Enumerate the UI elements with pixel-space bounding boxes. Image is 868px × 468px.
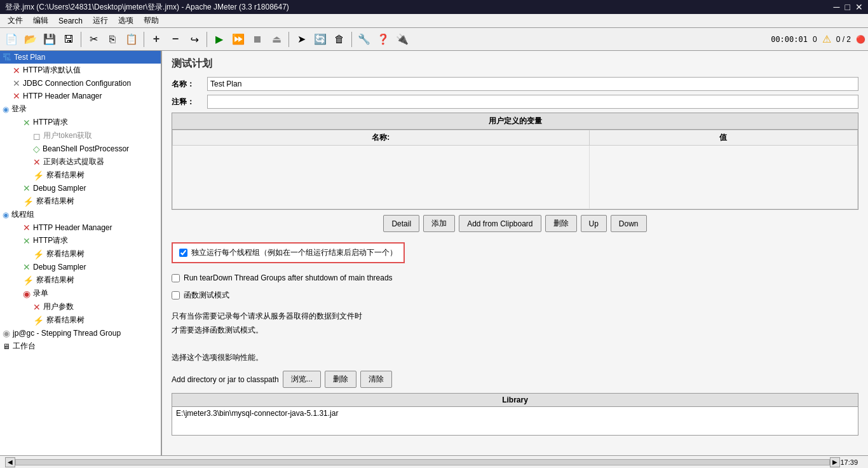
scroll-right[interactable]: ▶: [830, 457, 840, 467]
tree-item-http-defaults[interactable]: ✕ HTTP请求默认值: [0, 64, 161, 77]
tree-item-user-token[interactable]: ◻ 用户token获取: [0, 129, 161, 142]
menu-search[interactable]: Search: [53, 15, 88, 27]
function-helper-button[interactable]: 🔧: [355, 31, 373, 48]
save-button[interactable]: 💾: [41, 31, 58, 48]
tree-item-listener4[interactable]: ⚡ 察看结果树: [0, 273, 161, 287]
name-input[interactable]: [207, 77, 858, 91]
tree-item-user-params[interactable]: ✕ 用户参数: [0, 300, 161, 313]
clear-button[interactable]: 🔄: [311, 31, 329, 48]
tree-icon-debug1: ✕: [23, 183, 31, 193]
tree-item-debug2[interactable]: ✕ Debug Sampler: [0, 261, 161, 273]
add-button[interactable]: 添加: [423, 215, 455, 232]
remove-node-button[interactable]: −: [166, 31, 184, 48]
comment-input[interactable]: [207, 95, 858, 109]
menu-help[interactable]: 帮助: [139, 14, 164, 27]
tree-icon-http-header1: ✕: [13, 91, 20, 101]
scroll-left[interactable]: ◀: [5, 457, 15, 467]
detail-button[interactable]: Detail: [383, 215, 419, 232]
library-container: Library E:\jmeter3.3\bin\mysql-connector…: [172, 393, 858, 436]
new-button[interactable]: 📄: [3, 31, 20, 48]
tree-label-listener5: 察看结果树: [46, 315, 85, 326]
open-button[interactable]: 📂: [22, 31, 39, 48]
scroll-track[interactable]: [15, 459, 830, 465]
start-button[interactable]: ▶: [210, 31, 228, 48]
tree-item-workbench[interactable]: 🖥 工作台: [0, 340, 161, 353]
tree-item-stepping[interactable]: ◉ jp@gc - Stepping Thread Group: [0, 327, 161, 340]
clear-all-button[interactable]: 🗑: [330, 31, 348, 48]
delete-button[interactable]: 删除: [545, 215, 577, 232]
tree-label-workbench: 工作台: [13, 341, 36, 352]
add-node-button[interactable]: +: [147, 31, 165, 48]
library-empty-row: [172, 421, 858, 435]
tree-item-regex[interactable]: ✕ 正则表达式提取器: [0, 155, 161, 169]
tree-item-login-group[interactable]: ◉ 登录: [0, 102, 161, 116]
tree-item-debug1[interactable]: ✕ Debug Sampler: [0, 182, 161, 195]
tree-label-jdbc-config: JDBC Connection Configuration: [23, 79, 131, 88]
library-entry[interactable]: E:\jmeter3.3\bin\mysql-connector-java-5.…: [172, 407, 858, 421]
comment-field-row: 注释：: [172, 95, 858, 109]
tree-item-http-sampler1[interactable]: ✕ HTTP请求: [0, 116, 161, 129]
undo-button[interactable]: ↩: [186, 31, 203, 48]
name-label: 名称：: [172, 79, 203, 90]
tree-item-test-plan[interactable]: 🏗 Test Plan: [0, 51, 161, 64]
browse-button[interactable]: 浏览...: [283, 371, 321, 388]
tree-item-beanshell[interactable]: ◇ BeanShell PostProcessor: [0, 142, 161, 155]
cut-button[interactable]: ✂: [85, 31, 102, 48]
send-button[interactable]: ➤: [292, 31, 310, 48]
up-button[interactable]: Up: [581, 215, 607, 232]
tree-item-http-header2[interactable]: ✕ HTTP Header Manager: [0, 221, 161, 234]
window-controls[interactable]: ─ □ ✕: [834, 2, 863, 12]
menu-bar: 文件 编辑 Search 运行 选项 帮助: [0, 14, 868, 28]
help-button[interactable]: ❓: [374, 31, 392, 48]
tree-item-listener5[interactable]: ⚡ 察看结果树: [0, 313, 161, 327]
tree-icon-jdbc-config: ✕: [13, 78, 20, 88]
classpath-clear-button[interactable]: 清除: [360, 371, 392, 388]
separator-4: [288, 32, 289, 47]
functional-mode-checkbox[interactable]: [172, 291, 180, 299]
tree-item-http-sampler2[interactable]: ✕ HTTP请求: [0, 234, 161, 247]
classpath-row: Add directory or jar to classpath 浏览... …: [172, 371, 858, 388]
tree-label-stepping: jp@gc - Stepping Thread Group: [13, 329, 121, 338]
start-no-pause-button[interactable]: ⏩: [229, 31, 247, 48]
elapsed-time: 00:00:01: [771, 35, 808, 44]
tree-icon-user-params: ✕: [33, 302, 41, 312]
copy-button[interactable]: ⎘: [104, 31, 121, 48]
teardown-checkbox[interactable]: [172, 274, 180, 282]
maximize-btn[interactable]: □: [845, 2, 850, 12]
tree-label-user-token: 用户token获取: [43, 130, 92, 141]
library-title: Library: [172, 394, 858, 407]
tree-label-beanshell: BeanShell PostProcessor: [43, 144, 129, 153]
tree-item-jdbc-config[interactable]: ✕ JDBC Connection Configuration: [0, 77, 161, 90]
stop-button[interactable]: ⏹: [248, 31, 266, 48]
tree-item-thread-group[interactable]: ◉ 线程组: [0, 208, 161, 221]
shutdown-button[interactable]: ⏏: [268, 31, 285, 48]
close-btn[interactable]: ✕: [855, 2, 863, 12]
add-from-clipboard-button[interactable]: Add from Clipboard: [459, 215, 541, 232]
tree-item-listener2[interactable]: ⚡ 察看结果树: [0, 195, 161, 208]
error-ratio: 0 / 2: [836, 35, 851, 44]
tree-icon-login-group: ◉: [3, 105, 9, 114]
tree-item-listener1[interactable]: ⚡ 察看结果树: [0, 169, 161, 182]
toolbar: 📄 📂 💾 🖫 ✂ ⎘ 📋 + − ↩ ▶ ⏩ ⏹ ⏏ ➤ 🔄 🗑 🔧 ❓ 🔌 …: [0, 28, 868, 51]
tree-label-recording: 录单: [33, 288, 48, 299]
independent-thread-groups-checkbox[interactable]: [179, 249, 187, 257]
tree-item-recording[interactable]: ◉ 录单: [0, 287, 161, 300]
tree-item-listener3[interactable]: ⚡ 察看结果树: [0, 247, 161, 261]
variables-table-title: 用户定义的变量: [172, 113, 858, 130]
variables-table-container: 用户定义的变量 名称: 值: [172, 113, 858, 210]
menu-run[interactable]: 运行: [88, 14, 113, 27]
tree-icon-test-plan: 🏗: [3, 52, 11, 62]
menu-file[interactable]: 文件: [3, 14, 28, 27]
paste-button[interactable]: 📋: [123, 31, 140, 48]
remote-start-button[interactable]: 🔌: [393, 31, 411, 48]
separator-2: [144, 32, 144, 47]
tree-icon-listener2: ⚡: [23, 196, 34, 207]
down-button[interactable]: Down: [611, 215, 647, 232]
menu-edit[interactable]: 编辑: [28, 14, 53, 27]
saveas-button[interactable]: 🖫: [60, 31, 78, 48]
classpath-delete-button[interactable]: 删除: [325, 371, 356, 388]
menu-options[interactable]: 选项: [113, 14, 139, 27]
tree-item-http-header1[interactable]: ✕ HTTP Header Manager: [0, 90, 161, 102]
tree-label-http-sampler1: HTTP请求: [33, 117, 68, 128]
minimize-btn[interactable]: ─: [834, 2, 840, 12]
